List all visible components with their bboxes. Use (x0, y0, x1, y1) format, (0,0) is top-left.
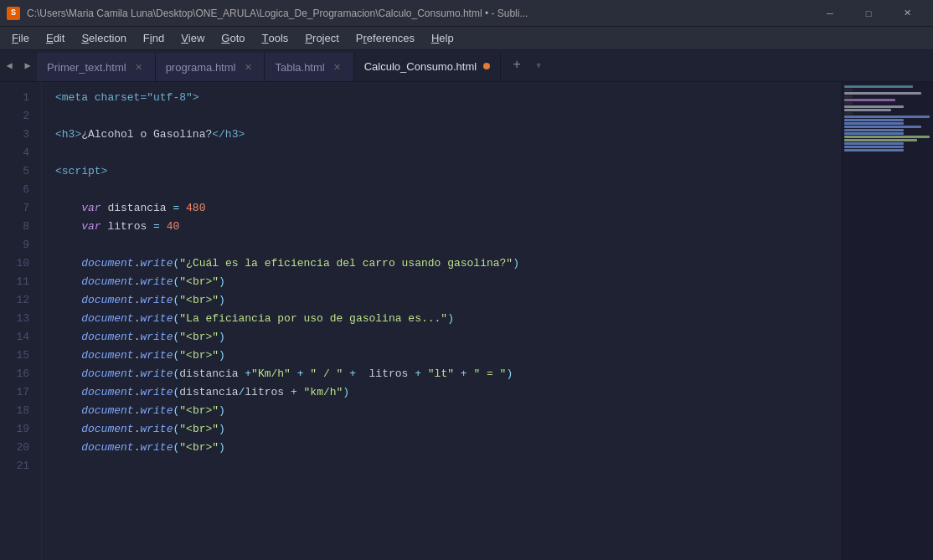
menu-preferences[interactable]: Preferences (348, 27, 423, 50)
code-editor[interactable]: <meta charset="utf-8"> <h3>¿Alcohol o Ga… (42, 82, 841, 560)
line-number: 10 (0, 254, 29, 273)
line-number: 6 (0, 181, 29, 199)
line-number: 12 (0, 291, 29, 310)
line-number: 8 (0, 218, 29, 236)
code-line (55, 457, 841, 475)
tab-tabla[interactable]: Tabla.html ✕ (265, 53, 353, 81)
code-line: document.write(distancia +"Km/h" + " / "… (55, 365, 841, 383)
code-line: document.write("<br>") (55, 402, 841, 420)
code-line: <h3>¿Alcohol o Gasolina?</h3> (55, 126, 841, 144)
code-line (55, 181, 841, 199)
menu-selection[interactable]: Selection (73, 27, 134, 50)
title-bar: S C:\Users\Maria Camila Luna\Desktop\ONE… (0, 0, 933, 27)
tab-close-programa[interactable]: ✕ (242, 61, 254, 73)
code-line: document.write("<br>") (55, 347, 841, 365)
tab-calculo[interactable]: Calculo_Consumo.html (354, 53, 501, 81)
code-line: document.write(distancia/litros + "km/h"… (55, 383, 841, 402)
tab-list-chevron[interactable]: ▿ (529, 49, 548, 81)
line-number: 16 (0, 365, 29, 383)
line-number: 11 (0, 273, 29, 291)
line-number: 1 (0, 89, 29, 107)
menu-bar: File Edit Selection Find View Goto Tools… (0, 27, 933, 50)
menu-goto[interactable]: Goto (213, 27, 253, 50)
menu-tools[interactable]: Tools (254, 27, 297, 50)
close-button[interactable]: ✕ (888, 0, 926, 27)
line-number: 14 (0, 328, 29, 347)
tab-close-tabla[interactable]: ✕ (332, 61, 343, 73)
code-line: document.write("¿Cuál es la eficiencia d… (55, 254, 841, 273)
code-line (55, 107, 841, 126)
line-number: 20 (0, 439, 29, 457)
line-number: 15 (0, 347, 29, 365)
line-number: 13 (0, 310, 29, 328)
code-line: document.write("<br>") (55, 439, 841, 457)
line-number: 7 (0, 199, 29, 218)
line-number: 17 (0, 383, 29, 402)
title-bar-text: C:\Users\Maria Camila Luna\Desktop\ONE_A… (27, 8, 528, 19)
tab-nav-right[interactable]: ▶ (18, 49, 37, 81)
line-number: 4 (0, 144, 29, 162)
code-line: document.write("La eficiancia por uso de… (55, 310, 841, 328)
code-line: document.write("<br>") (55, 291, 841, 310)
tab-nav-left[interactable]: ◀ (0, 49, 18, 81)
menu-help[interactable]: Help (423, 27, 462, 50)
code-line: var distancia = 480 (55, 199, 841, 218)
menu-edit[interactable]: Edit (38, 27, 73, 50)
code-line: document.write("<br>") (55, 273, 841, 291)
line-number: 18 (0, 402, 29, 420)
menu-project[interactable]: Project (296, 27, 347, 50)
window-controls: ─ □ ✕ (811, 0, 926, 27)
tab-label: Calculo_Consumo.html (364, 60, 477, 73)
minimap-content (841, 82, 933, 560)
tab-bar: ◀ ▶ Primer_text.html ✕ programa.html ✕ T… (0, 50, 933, 82)
tab-add-button[interactable]: + (504, 49, 529, 81)
tab-label: Tabla.html (275, 61, 324, 74)
line-number: 9 (0, 236, 29, 254)
code-line: <script> (55, 162, 841, 181)
tab-primer-text[interactable]: Primer_text.html ✕ (37, 53, 156, 81)
line-number: 5 (0, 162, 29, 181)
menu-find[interactable]: Find (135, 27, 173, 50)
line-number: 3 (0, 126, 29, 144)
line-numbers: 123456789101112131415161718192021 (0, 82, 42, 560)
line-number: 2 (0, 107, 29, 126)
code-line: document.write("<br>") (55, 420, 841, 439)
tab-label: programa.html (166, 61, 236, 74)
line-number: 21 (0, 457, 29, 475)
code-line (55, 236, 841, 254)
code-line: var litros = 40 (55, 218, 841, 236)
app-icon: S (7, 7, 20, 20)
code-line: <meta charset="utf-8"> (55, 89, 841, 107)
menu-view[interactable]: View (173, 27, 213, 50)
editor-area: 123456789101112131415161718192021 <meta … (0, 82, 933, 560)
tab-programa[interactable]: programa.html ✕ (156, 53, 265, 81)
menu-file[interactable]: File (3, 27, 38, 50)
maximize-button[interactable]: □ (849, 0, 888, 27)
code-line (55, 144, 841, 162)
code-line: document.write("<br>") (55, 328, 841, 347)
minimap[interactable] (841, 82, 933, 560)
tab-close-primer[interactable]: ✕ (133, 61, 145, 73)
line-number: 19 (0, 420, 29, 439)
title-bar-left: S C:\Users\Maria Camila Luna\Desktop\ONE… (7, 7, 528, 20)
modified-indicator (483, 63, 490, 69)
tab-label: Primer_text.html (47, 61, 126, 74)
minimize-button[interactable]: ─ (811, 0, 849, 27)
